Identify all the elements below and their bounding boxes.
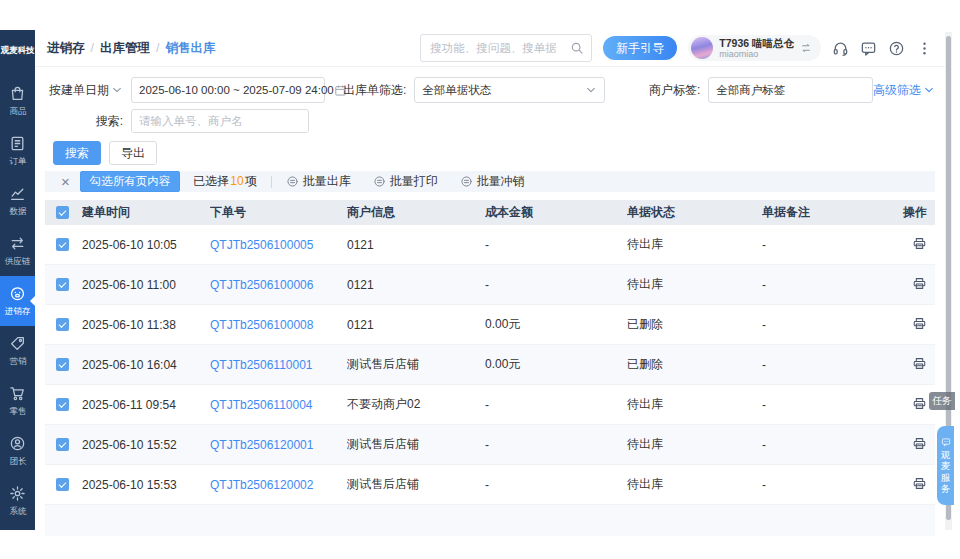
advanced-filter-toggle[interactable]: 高级筛选: [873, 82, 935, 99]
sidebar-item-label: 商品: [9, 105, 26, 117]
select-all-checkbox[interactable]: [56, 206, 69, 219]
date-type-dropdown[interactable]: 按建单日期: [45, 82, 123, 99]
search-button[interactable]: 搜索: [53, 141, 101, 165]
sidebar-item-retail[interactable]: 零售: [0, 376, 35, 426]
date-range-value: 2025-06-10 00:00 ~ 2025-07-09 24:00: [139, 84, 334, 96]
sidebar-item-system[interactable]: 系统: [0, 476, 35, 526]
row-checkbox[interactable]: [56, 358, 69, 371]
chevron-down-icon: [111, 84, 123, 96]
cell-status: 已删除: [627, 316, 762, 333]
doc-icon: [9, 135, 26, 152]
row-checkbox[interactable]: [56, 278, 69, 291]
topbar: 进销存/出库管理/销售出库 新手引导 T7936 喵喵总仓 miaomiao: [35, 30, 945, 67]
service-tab-label: 观麦服务: [941, 449, 951, 494]
cell-status: 待出库: [627, 476, 762, 493]
global-search[interactable]: [420, 34, 592, 62]
row-checkbox[interactable]: [56, 238, 69, 251]
sidebar-item-label: 团长: [9, 455, 26, 467]
cell-create-time: 2025-06-10 15:53: [82, 478, 210, 492]
batch-print-button[interactable]: 批量打印: [373, 173, 438, 190]
batch-buttons: 批量出库批量打印批量冲销: [286, 173, 525, 190]
batch-action-bar: × 勾选所有页内容 已选择10项 批量出库批量打印批量冲销: [45, 171, 935, 192]
switch-account-icon[interactable]: [800, 42, 812, 54]
selected-count: 10: [229, 174, 244, 188]
main-area: 进销存/出库管理/销售出库 新手引导 T7936 喵喵总仓 miaomiao: [35, 30, 945, 530]
select-all-pages-button[interactable]: 勾选所有页内容: [80, 171, 181, 192]
sidebar-item-label: 营销: [9, 355, 26, 367]
order-number-link[interactable]: QTJTb2506110004: [210, 398, 313, 412]
table-row: 2025-06-10 15:52QTJTb2506120001测试售后店铺-待出…: [45, 425, 935, 465]
help-icon[interactable]: [888, 40, 905, 57]
chevron-down-icon: [923, 84, 935, 96]
table-row: 2025-06-10 16:04QTJTb2506110001测试售后店铺0.0…: [45, 345, 935, 385]
sidebar-item-orders[interactable]: 订单: [0, 126, 35, 176]
batch-writeoff-button[interactable]: 批量冲销: [460, 173, 525, 190]
order-number-link[interactable]: QTJTb2506110001: [210, 358, 313, 372]
print-icon[interactable]: [912, 356, 927, 371]
order-search-input[interactable]: [131, 109, 309, 133]
order-number-link[interactable]: QTJTb2506100008: [210, 318, 313, 332]
breadcrumb-item[interactable]: 出库管理: [100, 40, 150, 57]
customer-service-icon[interactable]: [832, 40, 849, 57]
cell-note: -: [762, 358, 897, 372]
print-icon[interactable]: [912, 276, 927, 291]
cell-merchant: 0121: [347, 238, 485, 252]
print-icon[interactable]: [912, 236, 927, 251]
breadcrumb-item[interactable]: 进销存: [47, 40, 85, 57]
merchant-tag-label: 商户标签:: [649, 82, 700, 99]
merchant-tag-input[interactable]: 全部商户标签: [708, 77, 873, 103]
filter-row-2: 搜索:: [45, 109, 935, 133]
col-header-merchant: 商户信息: [347, 204, 485, 221]
sidebar-item-goods[interactable]: 商品: [0, 76, 35, 126]
orders-table: 建单时间 下单号 商户信息 成本金额 单据状态 单据备注 操作 2025-06-…: [45, 200, 935, 536]
cell-status: 待出库: [627, 396, 762, 413]
export-button[interactable]: 导出: [109, 141, 157, 165]
service-chat-icon: [941, 437, 951, 447]
print-icon[interactable]: [912, 396, 927, 411]
table-header: 建单时间 下单号 商户信息 成本金额 单据状态 单据备注 操作: [45, 200, 935, 225]
row-checkbox[interactable]: [56, 398, 69, 411]
beginner-guide-button[interactable]: 新手引导: [603, 36, 677, 60]
user-account-pill[interactable]: T7936 喵喵总仓 miaomiao: [688, 35, 821, 61]
row-checkbox[interactable]: [56, 438, 69, 451]
row-checkbox[interactable]: [56, 318, 69, 331]
row-checkbox[interactable]: [56, 478, 69, 491]
cell-merchant: 测试售后店铺: [347, 476, 485, 493]
sidebar-item-supply-chain[interactable]: 供应链: [0, 226, 35, 276]
order-number-link[interactable]: QTJTb2506120001: [210, 438, 313, 452]
cell-status: 待出库: [627, 436, 762, 453]
cell-create-time: 2025-06-10 10:05: [82, 238, 210, 252]
batch-outbound-button[interactable]: 批量出库: [286, 173, 351, 190]
screenshot-canvas: 观麦科技 商品订单数据供应链进销存营销零售团长系统 进销存/出库管理/销售出库 …: [0, 0, 960, 559]
cell-note: -: [762, 438, 897, 452]
order-number-link[interactable]: QTJTb2506120002: [210, 478, 313, 492]
sidebar-item-marketing[interactable]: 营销: [0, 326, 35, 376]
sidebar: 观麦科技 商品订单数据供应链进销存营销零售团长系统: [0, 30, 35, 530]
status-select[interactable]: 全部单据状态: [414, 77, 605, 103]
close-icon[interactable]: ×: [61, 174, 70, 189]
order-number-link[interactable]: QTJTb2506100005: [210, 238, 313, 252]
order-number-link[interactable]: QTJTb2506100006: [210, 278, 313, 292]
global-search-input[interactable]: [428, 41, 566, 55]
sidebar-item-inventory[interactable]: 进销存: [0, 276, 35, 326]
service-tab[interactable]: 观麦服务: [937, 426, 954, 505]
col-header-cost: 成本金额: [485, 204, 627, 221]
table-row-partial: [45, 505, 935, 536]
more-icon[interactable]: [916, 40, 933, 57]
print-icon[interactable]: [912, 436, 927, 451]
date-range-input[interactable]: 2025-06-10 00:00 ~ 2025-07-09 24:00: [131, 77, 325, 103]
supply-icon: [9, 235, 26, 252]
filter-row-1: 按建单日期 2025-06-10 00:00 ~ 2025-07-09 24:0…: [45, 77, 935, 103]
sidebar-item-group-leader[interactable]: 团长: [0, 426, 35, 476]
sidebar-item-data[interactable]: 数据: [0, 176, 35, 226]
cell-merchant: 不要动商户02: [347, 396, 485, 413]
message-icon[interactable]: [860, 40, 877, 57]
pig-icon: [9, 285, 26, 302]
circle-op-icon: [460, 175, 473, 188]
sidebar-item-label: 数据: [9, 205, 26, 217]
print-icon[interactable]: [912, 476, 927, 491]
task-tab[interactable]: 任务: [929, 392, 955, 410]
sidebar-item-label: 系统: [9, 505, 26, 517]
app-logo: 观麦科技: [0, 30, 35, 68]
print-icon[interactable]: [912, 316, 927, 331]
